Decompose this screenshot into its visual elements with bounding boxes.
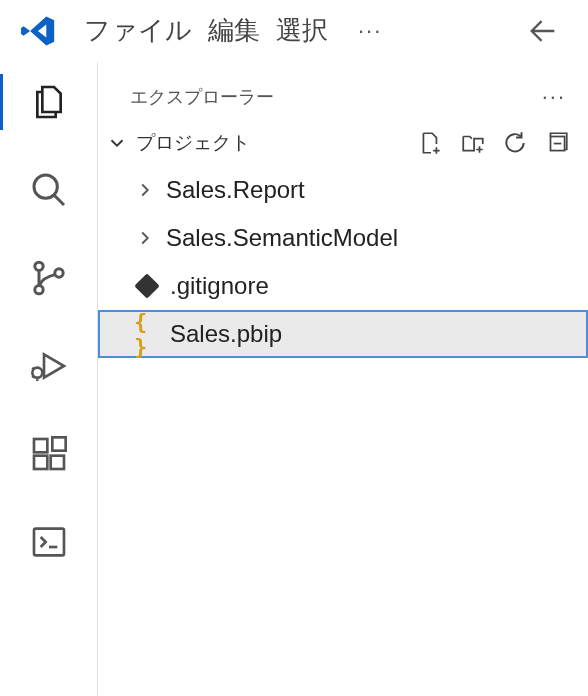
- menu-more-icon[interactable]: ···: [340, 18, 400, 44]
- tree-item-label: Sales.pbip: [170, 320, 282, 348]
- activity-explorer[interactable]: [27, 80, 71, 124]
- terminal-icon: [29, 522, 69, 562]
- section-title: プロジェクト: [136, 130, 410, 156]
- activity-terminal[interactable]: [27, 520, 71, 564]
- svg-point-3: [54, 269, 62, 277]
- files-icon: [29, 82, 69, 122]
- svg-rect-9: [34, 529, 64, 556]
- new-folder-icon[interactable]: [460, 130, 486, 156]
- svg-rect-7: [50, 456, 63, 469]
- svg-rect-6: [34, 456, 47, 469]
- vscode-logo-icon: [20, 13, 56, 49]
- svg-point-0: [34, 175, 57, 198]
- sidebar-header: エクスプローラー ···: [98, 62, 588, 120]
- activity-search[interactable]: [27, 168, 71, 212]
- menu-bar: ファイル 編集 選択 ···: [80, 11, 526, 50]
- sidebar-panel: エクスプローラー ··· プロジェクト: [98, 62, 588, 696]
- debug-icon: [29, 346, 69, 386]
- section-actions: [418, 130, 570, 156]
- activity-run-debug[interactable]: [27, 344, 71, 388]
- tree-item-label: .gitignore: [170, 272, 269, 300]
- svg-point-1: [34, 262, 42, 270]
- activity-source-control[interactable]: [27, 256, 71, 300]
- sidebar-title: エクスプローラー: [130, 85, 542, 109]
- chevron-right-icon: [134, 179, 156, 201]
- tree-folder[interactable]: Sales.SemanticModel: [98, 214, 588, 262]
- search-icon: [29, 170, 69, 210]
- tree-item-label: Sales.SemanticModel: [166, 224, 398, 252]
- svg-rect-5: [34, 439, 47, 452]
- title-bar: ファイル 編集 選択 ···: [0, 0, 588, 62]
- source-control-icon: [29, 258, 69, 298]
- tree-file-selected[interactable]: { } Sales.pbip: [98, 310, 588, 358]
- svg-rect-8: [52, 437, 65, 450]
- new-file-icon[interactable]: [418, 130, 444, 156]
- section-header[interactable]: プロジェクト: [98, 120, 588, 166]
- menu-select[interactable]: 選択: [272, 11, 332, 50]
- tree-folder[interactable]: Sales.Report: [98, 166, 588, 214]
- tree-file[interactable]: .gitignore: [98, 262, 588, 310]
- file-tree: Sales.Report Sales.SemanticModel .gitign…: [98, 166, 588, 358]
- chevron-right-icon: [134, 227, 156, 249]
- activity-extensions[interactable]: [27, 432, 71, 476]
- menu-file[interactable]: ファイル: [80, 11, 196, 50]
- gitignore-file-icon: [134, 273, 160, 299]
- back-arrow-icon[interactable]: [526, 14, 560, 48]
- collapse-all-icon[interactable]: [544, 130, 570, 156]
- activity-bar: [0, 62, 98, 696]
- sidebar-more-icon[interactable]: ···: [542, 84, 566, 110]
- refresh-icon[interactable]: [502, 130, 528, 156]
- svg-point-2: [34, 286, 42, 294]
- menu-edit[interactable]: 編集: [204, 11, 264, 50]
- extensions-icon: [29, 434, 69, 474]
- tree-item-label: Sales.Report: [166, 176, 305, 204]
- chevron-down-icon: [106, 132, 128, 154]
- json-file-icon: { }: [134, 321, 160, 347]
